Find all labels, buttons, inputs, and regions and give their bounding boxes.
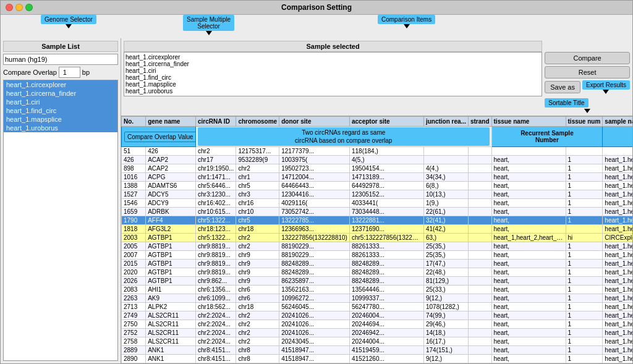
sample-multiple-label: Sample MultipleSelector (183, 15, 234, 31)
table-cell: 2263 (122, 294, 146, 303)
table-cell: 2003 (122, 234, 146, 242)
col-gene-name[interactable]: gene name (146, 117, 196, 127)
table-row[interactable]: 1527ADCY5chr3:1230...chr312304416...1230… (122, 190, 633, 199)
col-tissue-name[interactable]: tissue name (491, 117, 566, 127)
col-circrna-id[interactable]: circRNA ID (196, 117, 236, 127)
table-row[interactable]: 2007AGTBP1chr9:8819...chr988190229...882… (122, 251, 633, 260)
table-cell: 174(151,) (423, 346, 468, 355)
table-cell: 73052742... (279, 208, 350, 216)
table-row[interactable]: 898ACAP2chr19:1950...chr219502723...1950… (122, 164, 633, 173)
table-cell (603, 147, 632, 156)
table-cell: chr5 (236, 216, 279, 225)
reset-button[interactable]: Reset (545, 66, 630, 78)
table-cell: AK9 (146, 294, 196, 303)
table-cell: heart, (491, 311, 566, 320)
col-junction-reads[interactable]: junction rea... (423, 117, 468, 127)
table-cell: heart_1.he... (603, 329, 632, 337)
sample-item-uroborus[interactable]: heart_1.uroborus (4, 124, 117, 132)
table-row[interactable]: 1818AFG3L2chr18:123...chr1812366963...12… (122, 225, 633, 234)
table-cell: heart_1.he... (603, 242, 632, 251)
compare-button[interactable]: Compare (545, 52, 630, 64)
table-row[interactable]: 1388ADAMTS6chr5:6446...chr564466443...64… (122, 182, 633, 190)
table-cell: chr9:8819... (196, 268, 236, 277)
table-cell: ADAMTS6 (146, 182, 196, 190)
minimize-button[interactable] (15, 4, 23, 11)
table-row[interactable]: 1659ADRBKchr10:615...chr1073052742...730… (122, 208, 633, 216)
table-row[interactable]: 51426chr212175317...12177379...118(184,)… (122, 147, 633, 156)
table-cell: 88248289... (349, 268, 423, 277)
table-cell: 51 (122, 147, 146, 156)
table-cell (468, 182, 491, 190)
table-cell: 1 (566, 363, 603, 364)
table-row[interactable]: 2005AGTBP1chr9:8819...chr288190229...882… (122, 242, 633, 251)
col-donor-site[interactable]: donor site (279, 117, 350, 127)
table-cell: heart_1.he... (603, 251, 632, 260)
table-cell: 56247780... (349, 303, 423, 311)
col-tissue-num[interactable]: tissue num (566, 117, 603, 127)
compare-overlap-btn[interactable]: Compare Overlap Value (124, 132, 196, 142)
sortable-annotation: Sortable Title (545, 98, 630, 113)
table-row[interactable]: 2962ANK2chr10:618...chr1061815415...6187… (122, 363, 633, 364)
table-cell: 1 (566, 199, 603, 208)
table-cell: 61815415... (279, 363, 350, 364)
table-row[interactable]: 2749ALS2CR11chr2:2024...chr220241026...2… (122, 311, 633, 320)
sample-item-find-circ[interactable]: heart_1.find_circ (4, 106, 117, 115)
action-buttons-panel: Compare Reset Save as Export Results Sor… (545, 41, 630, 113)
table-row[interactable]: 1546ADCY9chr16:402...chr164029116(403344… (122, 199, 633, 208)
table-cell: chr5:132227856(132228810,) (349, 234, 423, 242)
maximize-button[interactable] (25, 4, 33, 11)
table-cell: ADRBK (146, 208, 196, 216)
table-cell: 2758 (122, 337, 146, 346)
table-row[interactable]: 2263AK9chr6:1099...chr610996272...109993… (122, 294, 633, 303)
col-chromosome[interactable]: chromosome (236, 117, 279, 127)
table-cell: 22(61,) (423, 208, 468, 216)
table-cell: 1546 (122, 199, 146, 208)
table-cell: 1 (566, 311, 603, 320)
table-row[interactable]: 2083AHI1chr6:1356...chr613562163...13564… (122, 286, 633, 294)
table-cell: 41518947... (279, 355, 350, 363)
selected-item-1: heart_1.circexplorer (125, 54, 540, 61)
table-cell: 10996272... (279, 294, 350, 303)
table-cell: ADCY9 (146, 199, 196, 208)
close-button[interactable] (6, 4, 13, 11)
col-sample-name[interactable]: sample name (603, 117, 632, 127)
genome-selector-dropdown[interactable]: human (hg19) (3, 54, 118, 65)
table-cell: heart, (491, 173, 566, 182)
table-cell: CIRCExplorer,CIRLMapsplice,UROBORUS,circ… (603, 234, 632, 242)
table-container[interactable]: No. gene name circRNA ID chromosome dono… (121, 116, 632, 363)
table-cell: AHI1 (146, 286, 196, 294)
table-cell: 14(18,) (423, 329, 468, 337)
table-cell: ALS2CR11 (146, 320, 196, 329)
table-cell: 1 (566, 320, 603, 329)
save-as-button[interactable]: Save as (545, 81, 580, 93)
table-row[interactable]: 2026AGTBP1chr9:862...chr986235897...8824… (122, 277, 633, 286)
sample-item-mapsplice[interactable]: heart_1.mapsplice (4, 115, 117, 124)
table-row[interactable]: 2890ANK1chr8:4151...chr841518947...41521… (122, 355, 633, 363)
table-row[interactable]: 1790AFF4chr5:1322...chr513222785...13222… (122, 216, 633, 225)
table-cell: 2015 (122, 260, 146, 268)
table-cell: heart_1.he... (603, 225, 632, 234)
table-cell: chr10:618... (196, 363, 236, 364)
table-row[interactable]: 2003AGTBP1chr5:1322...chr2132227856(1322… (122, 234, 633, 242)
table-cell: 2749 (122, 311, 146, 320)
sample-item-circexplorer[interactable]: heart_1.circexplorer (4, 80, 117, 89)
table-row[interactable]: 2889ANK1chr8:4151...chr841518947...41519… (122, 346, 633, 355)
gene-name-header: gene name (148, 118, 180, 125)
sample-item-circrna-finder[interactable]: heart_1.circerna_finder (4, 89, 117, 98)
table-row[interactable]: 426ACAP2chr179532289(91003975(4(5,)heart… (122, 156, 633, 164)
table-row[interactable]: 1016ACPGchr1:1471...chr114712004...14713… (122, 173, 633, 182)
table-row[interactable]: 2750ALS2CR11chr2:2024...chr220241026...2… (122, 320, 633, 329)
table-row[interactable]: 2713ALPK2chr18:562...chr1856246045...562… (122, 303, 633, 311)
table-cell: ALPK2 (146, 303, 196, 311)
table-cell: 20246942... (349, 329, 423, 337)
table-row[interactable]: 2015AGTBP1chr9:8819...chr988248289...882… (122, 260, 633, 268)
table-row[interactable]: 2752ALS2CR11chr2:2024...chr220241026...2… (122, 329, 633, 337)
sample-item-ciri[interactable]: heart_1.ciri (4, 98, 117, 106)
table-row[interactable]: 2758ALS2CR11chr2:2024...chr220243045...2… (122, 337, 633, 346)
table-cell: 88248289... (279, 260, 350, 268)
table-cell: 29(46,) (423, 320, 468, 329)
col-acceptor-site[interactable]: acceptor site (349, 117, 423, 127)
table-row[interactable]: 2020AGTBP1chr9:8819...chr988248289...882… (122, 268, 633, 277)
overlap-number-input[interactable] (59, 67, 80, 78)
col-strand[interactable]: strand (468, 117, 491, 127)
